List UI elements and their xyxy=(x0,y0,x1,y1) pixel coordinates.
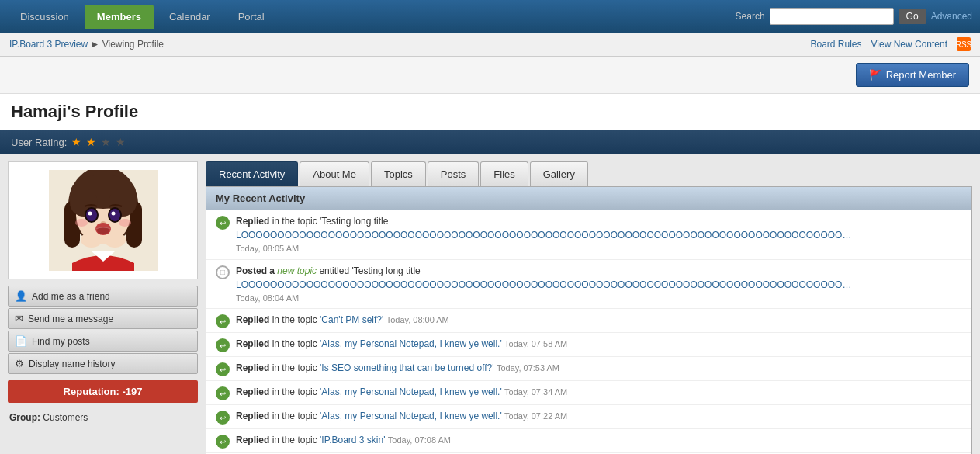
topic-link[interactable]: 'Alas, my Personal Notepad, I knew ye we… xyxy=(320,338,502,349)
new-topic-link[interactable]: new topic xyxy=(277,265,319,276)
find-posts-label: Find my posts xyxy=(32,336,90,347)
list-item: ↩ Replied in the topic 'Is SEO something… xyxy=(206,357,971,381)
reply-icon: ↩ xyxy=(216,362,230,376)
breadcrumb-right: Board Rules View New Content RSS xyxy=(810,37,971,51)
tab-files[interactable]: Files xyxy=(480,161,528,186)
activity-header: My Recent Activity xyxy=(206,187,971,210)
action-text: in the topic xyxy=(272,386,320,397)
rss-icon[interactable]: RSS xyxy=(957,37,971,51)
profile-sidebar: 👤 Add me as a friend ✉ Send me a message… xyxy=(0,161,206,454)
topic-link[interactable]: 'Alas, my Personal Notepad, I knew ye we… xyxy=(320,386,502,397)
svg-point-17 xyxy=(75,219,88,227)
avatar-svg xyxy=(49,170,158,271)
view-new-content-link[interactable]: View New Content xyxy=(871,39,948,50)
svg-point-19 xyxy=(81,232,102,248)
svg-point-10 xyxy=(86,209,97,221)
action-label: Replied xyxy=(236,435,269,445)
tab-topics[interactable]: Topics xyxy=(371,161,426,186)
svg-point-18 xyxy=(119,219,131,227)
timestamp: Today, 07:08 AM xyxy=(388,435,451,445)
profile-header: Hamaji's Profile xyxy=(0,94,980,130)
reply-icon: ↩ xyxy=(216,411,230,425)
report-member-button[interactable]: 🚩 Report Member xyxy=(856,63,969,87)
topic-link[interactable]: 'Is SEO something that can be turned off… xyxy=(320,362,494,373)
group-info: Group: Customers xyxy=(8,409,198,426)
action-text: in the topic xyxy=(272,362,320,373)
advanced-link[interactable]: Advanced xyxy=(931,11,972,22)
topic-link[interactable]: 'IP.Board 3 skin' xyxy=(320,435,385,445)
list-item: ↩ Replied in the topic 'Testing long tit… xyxy=(206,210,971,260)
list-item: ↩ Replied in the topic 'Alas, my Persona… xyxy=(206,405,971,429)
nav-tab-members[interactable]: Members xyxy=(85,5,154,29)
topic-link[interactable]: 'Alas, my Personal Notepad, I knew ye we… xyxy=(320,411,502,421)
nav-tab-discussion[interactable]: Discussion xyxy=(8,5,81,29)
action-label: Posted a xyxy=(236,265,275,276)
timestamp: Today, 07:58 AM xyxy=(504,339,567,348)
action-label: Replied xyxy=(236,411,269,421)
activity-text: Replied in the topic 'Alas, my Personal … xyxy=(236,385,962,399)
report-member-label: Report Member xyxy=(886,69,956,81)
reply-icon: ↩ xyxy=(216,435,230,449)
topic-link[interactable]: 'Can't PM self?' xyxy=(320,314,383,325)
tab-gallery[interactable]: Gallery xyxy=(530,161,588,186)
action-text: in the topic xyxy=(272,338,320,349)
send-message-label: Send me a message xyxy=(28,314,113,324)
search-input[interactable] xyxy=(770,8,894,25)
activity-text: Replied in the topic 'Alas, my Personal … xyxy=(236,409,962,423)
activity-text: Replied in the topic 'Can't PM self?' To… xyxy=(236,313,962,327)
go-button[interactable]: Go xyxy=(899,9,926,24)
timestamp: Today, 07:22 AM xyxy=(504,411,567,421)
activity-text: Replied in the topic 'Is SEO something t… xyxy=(236,361,962,375)
add-friend-button[interactable]: 👤 Add me as a friend xyxy=(8,286,198,307)
action-label: Replied xyxy=(236,386,269,397)
sidebar-actions: 👤 Add me as a friend ✉ Send me a message… xyxy=(8,286,198,374)
nav-tab-calendar[interactable]: Calendar xyxy=(157,5,223,29)
group-label: Group: xyxy=(9,412,40,423)
svg-point-12 xyxy=(88,212,92,216)
tab-about-me[interactable]: About Me xyxy=(300,161,369,186)
add-friend-label: Add me as a friend xyxy=(32,291,110,302)
star-1: ★ xyxy=(71,136,81,148)
send-message-icon: ✉ xyxy=(15,313,23,324)
rating-label: User Rating: xyxy=(11,137,67,148)
avatar-box xyxy=(8,161,198,279)
breadcrumb-home[interactable]: IP.Board 3 Preview xyxy=(9,39,88,50)
action-text: in the topic xyxy=(272,435,320,445)
svg-point-13 xyxy=(111,212,115,216)
svg-point-11 xyxy=(109,209,120,221)
timestamp: Today, 07:34 AM xyxy=(504,387,567,397)
list-item: ↩ Replied in the topic 'Can't PM self?' … xyxy=(206,309,971,333)
send-message-button[interactable]: ✉ Send me a message xyxy=(8,308,198,329)
action-text: entitled 'Testing long title xyxy=(319,265,420,276)
profile-content: Recent Activity About Me Topics Posts Fi… xyxy=(206,161,980,454)
list-item: ↩ Replied in the topic 'Alas, my Persona… xyxy=(206,333,971,357)
timestamp: Today, 08:04 AM xyxy=(236,292,962,305)
search-area: Search Go Advanced xyxy=(736,8,972,25)
activity-line1: Replied in the topic 'Testing long title xyxy=(236,214,962,228)
breadcrumb-current: Viewing Profile xyxy=(102,39,164,50)
avatar xyxy=(49,170,158,271)
star-4: ★ xyxy=(116,136,126,148)
display-name-label: Display name history xyxy=(29,359,115,369)
find-posts-button[interactable]: 📄 Find my posts xyxy=(8,331,198,352)
tab-recent-activity[interactable]: Recent Activity xyxy=(206,161,298,186)
profile-tabs: Recent Activity About Me Topics Posts Fi… xyxy=(206,161,972,187)
display-name-icon: ⚙ xyxy=(15,358,24,369)
breadcrumb: IP.Board 3 Preview ► Viewing Profile xyxy=(9,39,164,50)
action-label: Replied xyxy=(236,338,269,349)
add-friend-icon: 👤 xyxy=(15,290,27,302)
display-name-history-button[interactable]: ⚙ Display name history xyxy=(8,353,198,374)
action-label: Replied xyxy=(236,314,269,325)
action-text: in the topic xyxy=(272,314,320,325)
reply-icon: ↩ xyxy=(216,216,230,230)
list-item: □ Posted a new topic entitled 'Testing l… xyxy=(206,260,971,310)
post-icon: □ xyxy=(216,265,230,279)
nav-tab-portal[interactable]: Portal xyxy=(226,5,277,29)
report-button-area: 🚩 Report Member xyxy=(0,57,980,94)
breadcrumb-separator: ► xyxy=(91,39,102,50)
search-label: Search xyxy=(736,11,765,22)
tab-posts[interactable]: Posts xyxy=(428,161,480,186)
activity-text: Replied in the topic 'IP.Board 3 skin' T… xyxy=(236,433,962,447)
board-rules-link[interactable]: Board Rules xyxy=(810,39,861,50)
activity-text: Replied in the topic 'Alas, my Personal … xyxy=(236,337,962,351)
